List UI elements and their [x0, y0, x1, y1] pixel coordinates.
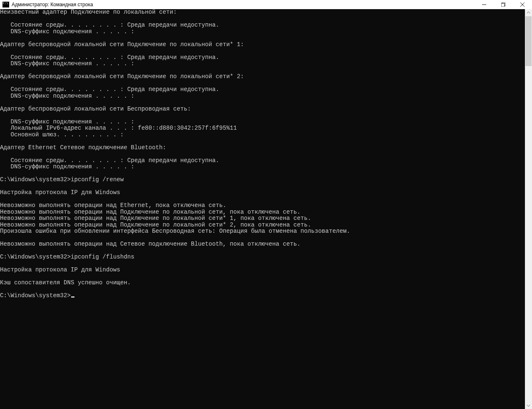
minimize-icon [482, 2, 486, 7]
chevron-up-icon [527, 11, 530, 15]
scrollbar-up-button[interactable] [525, 9, 532, 16]
scrollbar-thumb[interactable] [525, 16, 532, 66]
text-cursor [71, 296, 74, 298]
maximize-restore-icon [501, 2, 505, 7]
cmd-app-icon [2, 2, 9, 7]
svg-rect-0 [501, 3, 505, 7]
titlebar[interactable]: Администратор: Командная строка [0, 0, 532, 9]
terminal-output[interactable]: Неизвестный адаптер Подключение по локал… [0, 9, 525, 409]
minimize-button[interactable] [475, 0, 494, 9]
close-icon [520, 2, 525, 7]
window-title: Администратор: Командная строка [12, 0, 93, 9]
vertical-scrollbar[interactable] [525, 9, 532, 409]
scrollbar-down-button[interactable] [525, 402, 532, 409]
command-prompt-window: Администратор: Командная строка Неизвест… [0, 0, 532, 409]
chevron-down-icon [527, 404, 530, 407]
scrollbar-track[interactable] [525, 16, 532, 402]
close-button[interactable] [513, 0, 532, 9]
maximize-button[interactable] [494, 0, 513, 9]
client-area: Неизвестный адаптер Подключение по локал… [0, 9, 532, 409]
